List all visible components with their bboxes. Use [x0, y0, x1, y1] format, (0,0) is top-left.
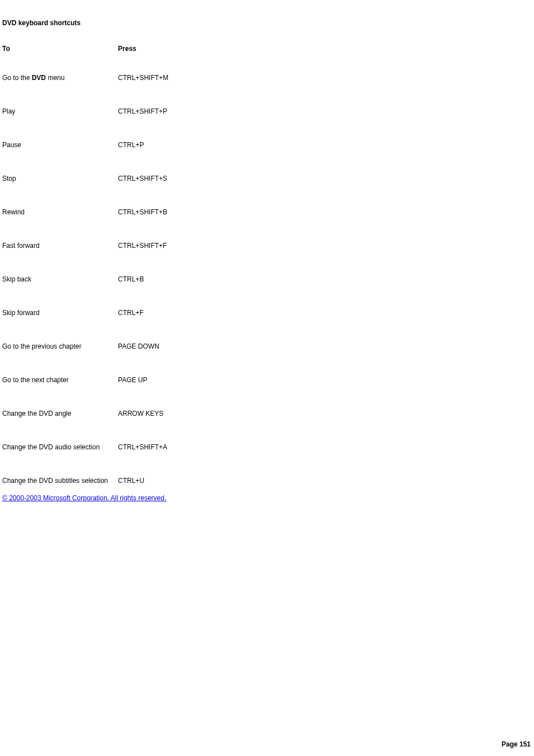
table-row: RewindCTRL+SHIFT+B — [2, 208, 179, 242]
to-text-pre: Rewind — [2, 208, 25, 216]
table-row: PlayCTRL+SHIFT+P — [2, 107, 179, 141]
press-cell: CTRL+SHIFT+A — [118, 443, 179, 477]
to-text-pre: Go to the — [2, 74, 32, 82]
press-cell: CTRL+SHIFT+F — [118, 242, 179, 275]
table-row: Go to the DVD menuCTRL+SHIFT+M — [2, 74, 179, 107]
to-cell: Go to the next chapter — [2, 376, 118, 410]
copyright-link[interactable]: © 2000-2003 Microsoft Corporation. All r… — [2, 494, 166, 502]
page-number: Page 151 — [502, 740, 531, 748]
press-cell: CTRL+SHIFT+M — [118, 74, 179, 107]
table-row: Change the DVD angleARROW KEYS — [2, 410, 179, 443]
to-cell: Skip forward — [2, 309, 118, 342]
to-text-pre: Go to the previous chapter — [2, 342, 81, 350]
to-cell: Change the DVD angle — [2, 410, 118, 443]
to-text-pre: Skip forward — [2, 309, 40, 317]
to-text-pre: Pause — [2, 141, 21, 149]
shortcut-table: To Press Go to the DVD menuCTRL+SHIFT+MP… — [2, 45, 179, 492]
table-row: Change the DVD subtitles selectionCTRL+U — [2, 477, 179, 492]
table-header-row: To Press — [2, 45, 179, 74]
press-cell: PAGE DOWN — [118, 342, 179, 376]
table-row: Go to the next chapterPAGE UP — [2, 376, 179, 410]
table-row: Change the DVD audio selectionCTRL+SHIFT… — [2, 443, 179, 477]
to-cell: Go to the previous chapter — [2, 342, 118, 376]
press-cell: CTRL+P — [118, 141, 179, 175]
to-cell: Change the DVD subtitles selection — [2, 477, 118, 492]
header-to: To — [2, 45, 118, 74]
to-cell: Stop — [2, 175, 118, 208]
to-text-pre: Change the DVD angle — [2, 410, 71, 417]
to-cell: Rewind — [2, 208, 118, 242]
to-cell: Go to the DVD menu — [2, 74, 118, 107]
table-row: Fast forwardCTRL+SHIFT+F — [2, 242, 179, 275]
press-cell: CTRL+B — [118, 275, 179, 309]
table-row: StopCTRL+SHIFT+S — [2, 175, 179, 208]
to-text-pre: Fast forward — [2, 242, 40, 250]
to-text-pre: Stop — [2, 175, 16, 182]
press-cell: PAGE UP — [118, 376, 179, 410]
press-cell: ARROW KEYS — [118, 410, 179, 443]
table-row: Skip forwardCTRL+F — [2, 309, 179, 342]
to-text-pre: Skip back — [2, 275, 31, 283]
press-cell: CTRL+SHIFT+S — [118, 175, 179, 208]
press-cell: CTRL+F — [118, 309, 179, 342]
press-cell: CTRL+U — [118, 477, 179, 492]
to-cell: Skip back — [2, 275, 118, 309]
to-text-post: menu — [46, 74, 64, 82]
press-cell: CTRL+SHIFT+B — [118, 208, 179, 242]
table-row: Skip backCTRL+B — [2, 275, 179, 309]
to-text-pre: Change the DVD subtitles selection — [2, 477, 108, 485]
to-cell: Play — [2, 107, 118, 141]
to-cell: Change the DVD audio selection — [2, 443, 118, 477]
header-press: Press — [118, 45, 179, 74]
to-text-pre: Play — [2, 107, 15, 115]
page-title: DVD keyboard shortcuts — [2, 19, 532, 27]
table-row: PauseCTRL+P — [2, 141, 179, 175]
table-row: Go to the previous chapterPAGE DOWN — [2, 342, 179, 376]
press-cell: CTRL+SHIFT+P — [118, 107, 179, 141]
to-cell: Pause — [2, 141, 118, 175]
to-text-pre: Go to the next chapter — [2, 376, 69, 384]
to-cell: Fast forward — [2, 242, 118, 275]
to-text-pre: Change the DVD audio selection — [2, 443, 100, 451]
to-text-bold: DVD — [32, 74, 46, 82]
